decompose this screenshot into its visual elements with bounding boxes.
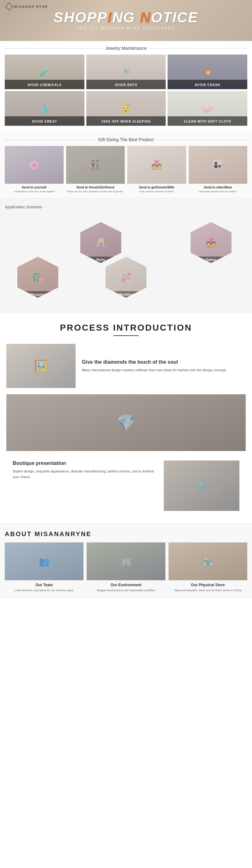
boutique-text: Boutique presentation Stylish design, ex… [12, 461, 158, 480]
title-part3: OTICE [151, 9, 198, 26]
jewelry-maintenance-title: Jewelry Maintenance [5, 46, 247, 51]
process-divider [114, 335, 138, 336]
boutique-image-icon: ⚙️ [195, 479, 209, 492]
sleep-label: TAKE OFF WHEN SLEEPING [101, 120, 151, 123]
gift-label-wife: Send to girlfriends/Wife [127, 186, 186, 189]
about-item-team: 👥 Our Team Unite and love, and strive fo… [5, 542, 84, 592]
hex-party: 🥂 Party [42, 219, 84, 260]
about-label-env: Our Environment [87, 583, 165, 587]
maintenance-item-cloth: 🧼 CLEAN WITH SOFT CLOTH [167, 91, 247, 126]
gift-photo-friends: 👫 [66, 146, 125, 184]
gift-grid: 🌸 Send to yourself I really like it, how… [5, 146, 247, 193]
boutique-desc: Stylish design, exquisite appearance, de… [12, 469, 158, 480]
title-highlight-i: I [107, 9, 112, 26]
about-desc-env: Elegant environment and reasonable workf… [87, 588, 165, 592]
gift-giving-title: Gift Giving The Best Product [5, 137, 247, 142]
gift-label-self: Send to yourself [5, 186, 64, 189]
hex-wedding-shape: 💒 Wedding [105, 256, 147, 298]
about-item-env: 🏢 Our Environment Elegant environment an… [87, 542, 165, 592]
process-tools-icon: 💎 [116, 413, 136, 432]
gift-label-friends: Send to friends/Girlfriend [66, 186, 125, 189]
maintenance-item-crash: 💥 AVOID CRASH [167, 55, 247, 89]
shopping-label: Shopping [17, 291, 58, 298]
about-photo-team: 👥 [5, 542, 84, 580]
gift-photo-mom: 👩‍👧 [189, 146, 248, 184]
team-icon: 👥 [5, 542, 84, 580]
dating-label: Dating [191, 256, 231, 263]
about-label-team: Our Team [5, 583, 84, 587]
process-intro-row: 🖼️ Give the diamonds the touch of the so… [6, 344, 246, 388]
about-photo-env: 🏢 [87, 542, 165, 580]
about-photo-store: 🏪 [168, 542, 247, 580]
gift-desc-mom: Filial piety should never be waited. [189, 190, 248, 193]
process-intro-image-icon: 🖼️ [34, 359, 48, 373]
about-grid: 👥 Our Team Unite and love, and strive fo… [5, 542, 247, 592]
title-highlight-n: N [140, 9, 151, 26]
gift-item-mom: 👩‍👧 Send to elder/Mom Filial piety shoul… [189, 146, 248, 193]
gift-photo-self: 🌸 [5, 146, 64, 184]
hex-dating-shape: 💑 Dating [191, 222, 231, 263]
wedding-label: Wedding [105, 291, 147, 298]
env-icon: 🏢 [87, 542, 165, 580]
maintenance-item-sweat: 💧 AVOID SWEAT [5, 91, 85, 126]
gift-desc-wife: Love at every moment of heart. [127, 190, 186, 193]
process-intro-title: Give the diamonds the touch of the soul [82, 359, 227, 365]
gift-photo-wife: 💑 [127, 146, 186, 184]
maintenance-item-sleep: 😴 TAKE OFF WHEN SLEEPING [86, 91, 166, 126]
title-part2: NG [112, 9, 140, 26]
about-label-store: Our Physical Store [168, 583, 247, 587]
header-subtitle: FOR ALL MISANAN RYNE CUSTOMERS [19, 26, 233, 30]
hexagon-container: 🥂 Party 💑 Dating 🛍️ Shopping 💒 Wedding [5, 216, 247, 304]
store-icon: 🏪 [168, 542, 247, 580]
gift-desc-self: I really like it, how can I treat myself… [5, 190, 64, 193]
hex-dating: 💑 Dating [197, 219, 238, 260]
cloth-overlay: CLEAN WITH SOFT CLOTH [167, 116, 247, 126]
gift-desc-friends: Thank you for your company on the road o… [66, 190, 125, 193]
process-intro-desc: Many international design masters infilt… [82, 368, 227, 373]
process-title: PROCESS INTRODUCTION [6, 323, 246, 333]
gift-wife-icon: 💑 [127, 146, 186, 184]
header-title: SHOPPING NOTICE FOR ALL MISANAN RYNE CUS… [19, 10, 233, 30]
cloth-label: CLEAN WITH SOFT CLOTH [184, 120, 231, 123]
maintenance-item-bath: 🚿 AVOID BATH [86, 55, 166, 89]
hex-shopping: 🛍️ Shopping [11, 260, 52, 301]
process-intro-image: 🖼️ [6, 344, 75, 388]
hex-shopping-shape: 🛍️ Shopping [17, 256, 58, 298]
gift-self-icon: 🌸 [5, 146, 64, 184]
gift-item-self: 🌸 Send to yourself I really like it, how… [5, 146, 64, 193]
about-item-store: 🏪 Our Physical Store Neat and beautiful,… [168, 542, 247, 592]
gift-label-mom: Send to elder/Mom [189, 186, 248, 189]
title-part1: SHOPP [54, 9, 107, 26]
about-desc-team: Unite and love, and strive for our commo… [5, 588, 84, 592]
sleep-overlay: TAKE OFF WHEN SLEEPING [86, 116, 166, 126]
sweat-label: AVOID SWEAT [32, 120, 57, 123]
gift-friends-icon: 👫 [66, 146, 125, 184]
boutique-image: ⚙️ [164, 461, 240, 511]
hex-party-shape: 🥂 Party [80, 222, 121, 263]
logo-diamond-icon [5, 2, 13, 10]
chemicals-label: AVOID CHEMICALS [27, 83, 61, 87]
maintenance-grid: 🧪 AVOID CHEMICALS 🚿 AVOID BATH 💥 AVOID C… [5, 55, 247, 126]
gift-giving-section: Gift Giving The Best Product 🌸 Send to y… [0, 132, 252, 198]
hex-wedding: 💒 Wedding [105, 260, 147, 301]
app-scenario-title: Application Scenario [5, 205, 247, 209]
jewelry-maintenance-section: Jewelry Maintenance 🧪 AVOID CHEMICALS 🚿 … [0, 41, 252, 132]
bath-label: AVOID BATH [115, 83, 137, 87]
logo-text: MISANAN RYNE [14, 5, 48, 8]
logo: MISANAN RYNE [6, 4, 48, 9]
maintenance-item-chemicals: 🧪 AVOID CHEMICALS [5, 55, 85, 89]
process-full-image: 💎 [6, 394, 246, 451]
boutique-title: Boutique presentation [12, 461, 158, 466]
chemicals-overlay: AVOID CHEMICALS [5, 80, 85, 89]
about-section: ABOUT MISANANRYNE 👥 Our Team Unite and l… [0, 524, 252, 599]
process-intro-text: Give the diamonds the touch of the soul … [82, 359, 227, 373]
process-section: PROCESS INTRODUCTION 🖼️ Give the diamond… [0, 313, 252, 524]
sweat-overlay: AVOID SWEAT [5, 116, 85, 126]
about-title: ABOUT MISANANRYNE [5, 530, 247, 538]
crash-overlay: AVOID CRASH [167, 80, 247, 89]
gift-mom-icon: 👩‍👧 [189, 146, 248, 184]
crash-label: AVOID CRASH [195, 83, 220, 87]
application-scenario-section: Application Scenario 🥂 Party 💑 Dating 🛍️… [0, 198, 252, 313]
header-section: MISANAN RYNE SHOPPING NOTICE FOR ALL MIS… [0, 0, 252, 41]
boutique-section: Boutique presentation Stylish design, ex… [6, 454, 246, 517]
